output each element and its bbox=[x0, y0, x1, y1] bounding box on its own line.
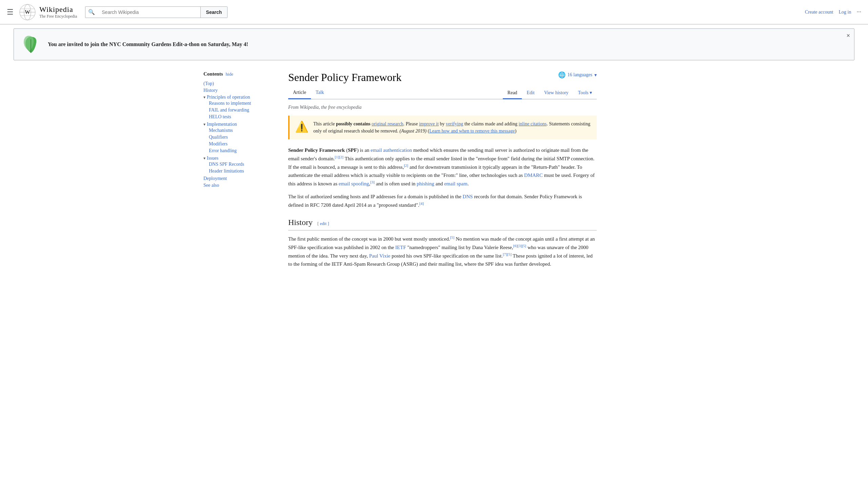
warning-icon: ⚠️ bbox=[295, 120, 309, 133]
warning-original-research-link[interactable]: original research bbox=[372, 121, 403, 126]
toc-link-dns[interactable]: DNS SPF Records bbox=[209, 162, 244, 167]
toc-link-top[interactable]: (Top) bbox=[203, 81, 214, 86]
banner-close-button[interactable]: × bbox=[846, 32, 850, 39]
warning-date: (August 2019) bbox=[399, 128, 427, 134]
banner: You are invited to join the NYC Communit… bbox=[14, 28, 854, 60]
toc-item-issues: ▾ Issues DNS SPF Records Header limitati… bbox=[203, 155, 275, 175]
site-header: ☰ W Wikipedia The Free Encyclopedia 🔍 Se… bbox=[0, 0, 868, 24]
toc-link-qualifiers[interactable]: Qualifiers bbox=[209, 135, 228, 140]
language-selector[interactable]: 🌐 16 languages ▾ bbox=[558, 71, 597, 79]
phishing-link[interactable]: phishing bbox=[417, 181, 434, 186]
cite-3: [3] bbox=[370, 180, 375, 184]
toc-link-error[interactable]: Error handling bbox=[209, 148, 237, 153]
toc-link-principles[interactable]: Principles of operation bbox=[207, 95, 250, 100]
svg-text:W: W bbox=[25, 9, 30, 15]
toc-item-see-also: See also bbox=[203, 182, 275, 189]
toc-header: Contents hide bbox=[203, 71, 275, 77]
warning-learn-link[interactable]: Learn how and when to remove this messag… bbox=[429, 128, 515, 134]
history-edit-anchor[interactable]: [ edit ] bbox=[317, 221, 329, 226]
toc-toggle-implementation[interactable]: ▾ bbox=[203, 122, 205, 127]
cite-2: [2] bbox=[404, 163, 408, 167]
toc-title: Contents bbox=[203, 71, 223, 77]
dmarc-link[interactable]: DMARC bbox=[524, 172, 543, 178]
main-layout: Contents hide (Top) History ▾ Principles… bbox=[197, 64, 671, 280]
toc-item-history: History bbox=[203, 87, 275, 94]
from-text: From Wikipedia, the free encyclopedia bbox=[288, 105, 597, 110]
logo-link[interactable]: W Wikipedia The Free Encyclopedia bbox=[19, 4, 77, 21]
toc-link-implementation[interactable]: Implementation bbox=[207, 122, 237, 127]
toc-link-fail[interactable]: FAIL and forwarding bbox=[209, 107, 249, 113]
email-spam-link[interactable]: email spam bbox=[444, 181, 468, 186]
tab-tools[interactable]: Tools ▾ bbox=[573, 87, 597, 99]
search-icon: 🔍 bbox=[85, 7, 98, 18]
tab-view-history[interactable]: View history bbox=[539, 87, 573, 99]
table-of-contents: Contents hide (Top) History ▾ Principles… bbox=[203, 64, 278, 280]
toc-item-deployment: Deployment bbox=[203, 175, 275, 182]
email-spoofing-link[interactable]: email spoofing bbox=[339, 181, 369, 186]
menu-icon[interactable]: ☰ bbox=[7, 8, 14, 17]
toc-item-top: (Top) bbox=[203, 80, 275, 87]
banner-text: You are invited to join the NYC Communit… bbox=[48, 41, 248, 47]
toc-toggle-principles[interactable]: ▾ bbox=[203, 95, 205, 100]
logo-title: Wikipedia bbox=[39, 5, 77, 14]
header-actions: Create account Log in ··· bbox=[805, 8, 861, 16]
tab-read[interactable]: Read bbox=[503, 87, 522, 99]
translate-icon: 🌐 bbox=[558, 71, 566, 79]
logo-text: Wikipedia The Free Encyclopedia bbox=[39, 5, 77, 19]
banner-logo-icon bbox=[21, 34, 41, 55]
warning-bold: possibly contains bbox=[336, 121, 371, 126]
toc-link-mechanisms[interactable]: Mechanisms bbox=[209, 128, 233, 133]
login-link[interactable]: Log in bbox=[839, 9, 851, 15]
ietf-link[interactable]: IETF bbox=[395, 245, 406, 250]
history-section-title: History [ edit ] bbox=[288, 216, 597, 230]
tab-edit[interactable]: Edit bbox=[522, 87, 539, 99]
intro-paragraph-2: The list of authorized sending hosts and… bbox=[288, 192, 597, 209]
search-input[interactable] bbox=[98, 7, 200, 18]
history-paragraph-1: The first public mention of the concept … bbox=[288, 235, 597, 268]
warning-text: This article possibly contains original … bbox=[313, 120, 591, 135]
wikipedia-logo: W bbox=[19, 4, 36, 21]
toc-list: (Top) History ▾ Principles of operation … bbox=[203, 80, 275, 189]
lang-chevron-icon: ▾ bbox=[594, 72, 597, 78]
email-auth-link[interactable]: email authentication bbox=[371, 147, 412, 153]
cite-6-3-5: [6][3][5] bbox=[513, 244, 526, 248]
spf-abbr: SPF bbox=[348, 147, 357, 153]
warning-verifying-link[interactable]: verifying bbox=[446, 121, 463, 126]
spf-bold: Sender Policy Framework bbox=[288, 147, 345, 153]
tab-talk[interactable]: Talk bbox=[311, 87, 329, 99]
lang-count: 16 languages bbox=[568, 72, 592, 78]
create-account-link[interactable]: Create account bbox=[805, 9, 833, 15]
dns-link[interactable]: DNS bbox=[462, 194, 473, 199]
article-body: Sender Policy Framework (SPF) is an emai… bbox=[288, 146, 597, 268]
toc-link-issues[interactable]: Issues bbox=[207, 156, 218, 161]
toc-toggle-issues[interactable]: ▾ bbox=[203, 156, 205, 161]
article-title: Sender Policy Framework bbox=[288, 71, 401, 84]
toc-link-modifiers[interactable]: Modifiers bbox=[209, 141, 228, 146]
toc-link-see-also[interactable]: See also bbox=[203, 183, 219, 188]
cite-5: [5] bbox=[450, 235, 454, 239]
toc-link-history[interactable]: History bbox=[203, 88, 218, 93]
tabs-right: Read Edit View history Tools ▾ bbox=[503, 87, 597, 99]
warning-inline-citations-link[interactable]: inline citations bbox=[518, 121, 547, 126]
toc-item-implementation: ▾ Implementation Mechanisms Qualifiers M… bbox=[203, 121, 275, 155]
toc-link-header[interactable]: Header limitations bbox=[209, 168, 244, 174]
warning-box: ⚠️ This article possibly contains origin… bbox=[288, 116, 597, 139]
warning-improve-link[interactable]: improve it bbox=[419, 121, 439, 126]
tab-article[interactable]: Article bbox=[288, 87, 311, 99]
toc-link-reasons[interactable]: Reasons to implement bbox=[209, 101, 251, 106]
more-options-icon[interactable]: ··· bbox=[857, 8, 862, 16]
search-button[interactable]: Search bbox=[200, 7, 228, 18]
toc-hide-button[interactable]: hide bbox=[226, 72, 233, 77]
cite-7-5: [7][5] bbox=[503, 252, 512, 256]
toc-link-helo[interactable]: HELO tests bbox=[209, 114, 231, 119]
search-bar: 🔍 Search bbox=[85, 6, 228, 18]
cite-1-2: [1][2] bbox=[335, 155, 343, 159]
toc-item-principles: ▾ Principles of operation Reasons to imp… bbox=[203, 94, 275, 121]
cite-4: [4] bbox=[419, 201, 424, 205]
history-edit-link: [ edit ] bbox=[317, 221, 329, 226]
logo-subtitle: The Free Encyclopedia bbox=[39, 14, 77, 19]
toc-link-deployment[interactable]: Deployment bbox=[203, 176, 227, 181]
paul-vixie-link[interactable]: Paul Vixie bbox=[369, 253, 391, 259]
article-content: Sender Policy Framework 🌐 16 languages ▾… bbox=[278, 64, 604, 280]
tabs-left: Article Talk bbox=[288, 87, 329, 99]
